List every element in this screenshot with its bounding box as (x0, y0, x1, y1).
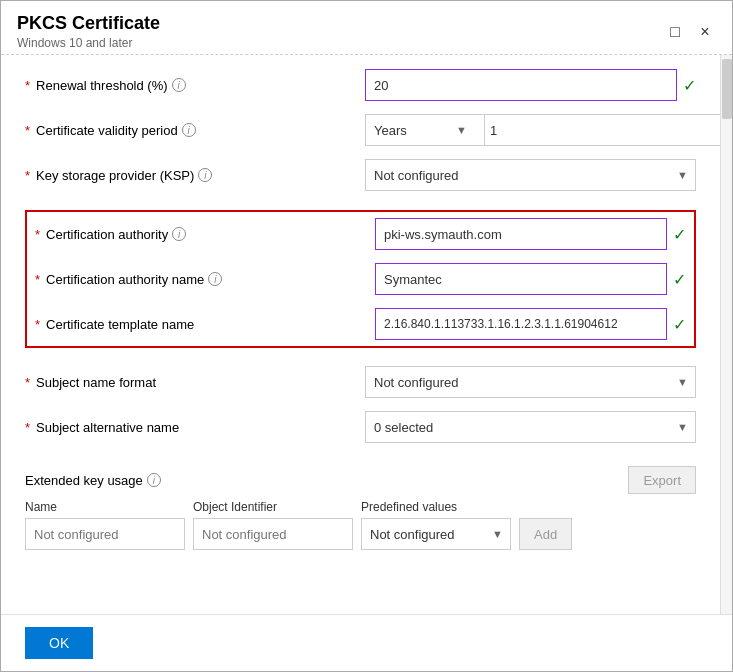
eku-label-group: Extended key usage i (25, 473, 161, 488)
cert-authority-name-input[interactable] (375, 263, 667, 295)
dialog-title: PKCS Certificate (17, 13, 160, 34)
required-star-5: * (35, 272, 40, 287)
required-star: * (25, 78, 30, 93)
certificate-validity-label-col: * Certificate validity period i (25, 123, 365, 138)
cert-authority-input-col: ✓ (375, 218, 686, 250)
eku-name-col: Name (25, 500, 185, 550)
highlight-section: * Certification authority i ✓ * (25, 210, 696, 348)
key-storage-select[interactable]: Not configured (365, 159, 696, 191)
key-storage-select-wrap: Not configured ▼ (365, 159, 696, 191)
subject-alt-label: Subject alternative name (36, 420, 179, 435)
form-area: * Renewal threshold (%) i ✓ * Certificat… (1, 55, 720, 206)
cert-template-label-col: * Certificate template name (35, 317, 375, 332)
cert-template-check-icon: ✓ (673, 315, 686, 334)
highlight-section-wrapper: * Certification authority i ✓ * (25, 210, 696, 348)
cert-authority-name-label: Certification authority name (46, 272, 204, 287)
renewal-threshold-label: Renewal threshold (%) (36, 78, 168, 93)
cert-authority-name-check-icon: ✓ (673, 270, 686, 289)
ok-button[interactable]: OK (25, 627, 93, 659)
scrollbar[interactable] (720, 55, 732, 614)
subject-name-label-col: * Subject name format (25, 375, 365, 390)
subject-name-select[interactable]: Not configured (365, 366, 696, 398)
subject-name-select-wrap: Not configured ▼ (365, 366, 696, 398)
key-storage-label: Key storage provider (KSP) (36, 168, 194, 183)
eku-predefined-col-label: Predefined values (361, 500, 511, 514)
required-star-4: * (35, 227, 40, 242)
eku-object-id-col: Object Identifier (193, 500, 353, 550)
eku-predefined-col: Predefined values Not configured ▼ (361, 500, 511, 550)
eku-name-col-label: Name (25, 500, 185, 514)
cert-authority-label-col: * Certification authority i (35, 227, 375, 242)
key-storage-label-col: * Key storage provider (KSP) i (25, 168, 365, 183)
subject-name-input-col: Not configured ▼ (365, 366, 696, 398)
add-button[interactable]: Add (519, 518, 572, 550)
renewal-threshold-check-icon: ✓ (683, 76, 696, 95)
renewal-threshold-input[interactable] (365, 69, 677, 101)
cert-authority-row: * Certification authority i ✓ (27, 212, 694, 256)
eku-object-id-input[interactable] (193, 518, 353, 550)
cert-authority-name-info-icon[interactable]: i (208, 272, 222, 286)
form-area-2: * Subject name format Not configured ▼ (1, 352, 720, 458)
subject-alt-label-col: * Subject alternative name (25, 420, 365, 435)
cert-authority-name-row: * Certification authority name i ✓ (27, 256, 694, 301)
cert-authority-input[interactable] (375, 218, 667, 250)
subject-name-row: * Subject name format Not configured ▼ (25, 360, 696, 405)
dialog-footer: OK (1, 614, 732, 671)
eku-predefined-select-wrap: Not configured ▼ (361, 518, 511, 550)
certificate-validity-input-col: Years Months Days ▼ (365, 114, 732, 146)
subject-name-label: Subject name format (36, 375, 156, 390)
validity-group: Years Months Days ▼ (365, 114, 732, 146)
pkcs-certificate-dialog: PKCS Certificate Windows 10 and later □ … (0, 0, 733, 672)
eku-label: Extended key usage (25, 473, 143, 488)
cert-template-input-col: ✓ (375, 308, 686, 340)
required-star-7: * (25, 375, 30, 390)
close-button[interactable]: × (694, 21, 716, 43)
renewal-threshold-label-col: * Renewal threshold (%) i (25, 78, 365, 93)
eku-name-input[interactable] (25, 518, 185, 550)
export-button[interactable]: Export (628, 466, 696, 494)
eku-predefined-select[interactable]: Not configured (361, 518, 511, 550)
required-star-3: * (25, 168, 30, 183)
dialog-subtitle: Windows 10 and later (17, 36, 160, 50)
subject-alt-select-wrap: 0 selected ▼ (365, 411, 696, 443)
subject-alt-row: * Subject alternative name 0 selected ▼ (25, 405, 696, 450)
minimize-button[interactable]: □ (664, 21, 686, 43)
cert-authority-label: Certification authority (46, 227, 168, 242)
cert-template-input[interactable] (375, 308, 667, 340)
key-storage-info-icon[interactable]: i (198, 168, 212, 182)
eku-object-id-col-label: Object Identifier (193, 500, 353, 514)
eku-header: Extended key usage i Export (25, 466, 696, 494)
dialog-controls: □ × (664, 21, 716, 43)
validity-type-select[interactable]: Years Months Days (365, 114, 485, 146)
cert-template-label: Certificate template name (46, 317, 194, 332)
dialog-titlebar: PKCS Certificate Windows 10 and later □ … (1, 1, 732, 54)
cert-authority-check-icon: ✓ (673, 225, 686, 244)
title-group: PKCS Certificate Windows 10 and later (17, 13, 160, 50)
subject-alt-select[interactable]: 0 selected (365, 411, 696, 443)
cert-template-row: * Certificate template name ✓ (27, 301, 694, 346)
key-storage-row: * Key storage provider (KSP) i Not confi… (25, 153, 696, 198)
validity-type-wrap: Years Months Days ▼ (365, 114, 475, 146)
renewal-threshold-input-col: ✓ (365, 69, 696, 101)
renewal-threshold-row: * Renewal threshold (%) i ✓ (25, 63, 696, 108)
eku-columns: Name Object Identifier Predefined values… (25, 500, 696, 550)
certificate-validity-label: Certificate validity period (36, 123, 178, 138)
cert-authority-name-input-col: ✓ (375, 263, 686, 295)
key-storage-input-col: Not configured ▼ (365, 159, 696, 191)
eku-info-icon[interactable]: i (147, 473, 161, 487)
subject-alt-input-col: 0 selected ▼ (365, 411, 696, 443)
cert-authority-name-label-col: * Certification authority name i (35, 272, 375, 287)
required-star-6: * (35, 317, 40, 332)
validity-value-input[interactable] (481, 114, 732, 146)
required-star-2: * (25, 123, 30, 138)
required-star-8: * (25, 420, 30, 435)
dialog-body: * Renewal threshold (%) i ✓ * Certificat… (1, 55, 732, 614)
certificate-validity-row: * Certificate validity period i Years Mo… (25, 108, 696, 153)
certificate-validity-info-icon[interactable]: i (182, 123, 196, 137)
cert-authority-info-icon[interactable]: i (172, 227, 186, 241)
renewal-threshold-info-icon[interactable]: i (172, 78, 186, 92)
scrollbar-thumb[interactable] (722, 59, 732, 119)
eku-section: Extended key usage i Export Name Object … (1, 458, 720, 558)
